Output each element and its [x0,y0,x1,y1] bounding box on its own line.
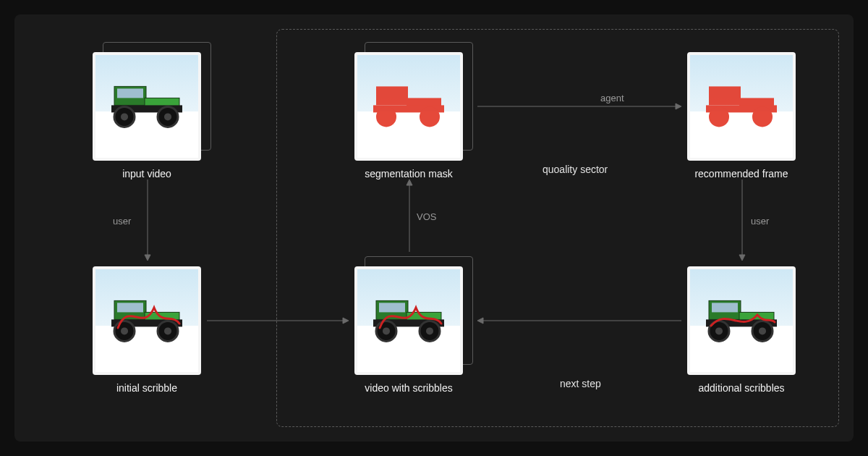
caption-recommended-frame: recommended frame [687,168,796,180]
arrow-recommended-to-additional [739,180,746,261]
arrow-video-to-mask [406,180,413,252]
caption-input-video: input video [93,168,201,180]
thumb-video-with-scribbles [354,266,463,375]
svg-rect-9 [117,303,143,312]
svg-marker-47 [407,180,412,185]
label-next-step: next step [560,378,601,389]
arrow-initial-to-video [207,317,349,324]
caption-additional-scribbles: additional scribbles [687,382,796,394]
svg-point-27 [383,327,390,334]
arrow-input-to-scribble [144,180,151,261]
label-user-right: user [751,216,769,227]
caption-initial-scribble: initial scribble [93,382,201,394]
label-quality-sector: quoality sector [542,164,608,175]
node-additional-scribbles: additional scribbles [687,266,796,394]
svg-point-6 [121,113,128,120]
svg-point-33 [752,106,773,127]
svg-point-28 [426,327,433,334]
svg-point-15 [164,327,171,334]
svg-point-41 [759,327,766,334]
arrow-additional-to-video [477,317,681,324]
caption-segmentation-mask: segmentation mask [354,168,463,180]
svg-marker-49 [676,104,681,109]
svg-point-14 [121,327,128,334]
thumb-segmentation-mask [354,52,463,161]
svg-rect-29 [709,86,741,105]
svg-point-19 [376,106,396,127]
svg-point-20 [420,106,440,127]
node-segmentation-mask: segmentation mask [354,52,463,180]
svg-marker-53 [477,318,483,324]
diagram-canvas: input video [14,14,854,442]
thumb-initial-scribble [93,266,201,375]
svg-marker-43 [145,255,150,261]
node-initial-scribble: initial scribble [93,266,201,394]
thumb-recommended-frame [687,52,796,161]
thumb-additional-scribbles [687,266,796,375]
caption-video-with-scribbles: video with scribbles [354,382,463,394]
svg-rect-22 [379,303,405,312]
node-input-video: input video [93,52,201,180]
svg-point-32 [709,106,729,127]
svg-point-40 [715,327,723,334]
svg-marker-51 [739,255,745,261]
arrow-mask-to-recommended [477,103,681,110]
svg-rect-35 [712,303,738,312]
svg-rect-16 [376,86,408,105]
node-video-with-scribbles: video with scribbles [354,266,463,394]
label-user-top: user [113,216,131,227]
thumb-input-video [93,52,201,161]
label-vos: VOS [417,211,436,222]
label-agent: agent [600,93,624,104]
svg-marker-45 [343,318,349,324]
node-recommended-frame: recommended frame [687,52,796,180]
svg-point-7 [164,113,171,120]
svg-rect-1 [117,88,143,98]
